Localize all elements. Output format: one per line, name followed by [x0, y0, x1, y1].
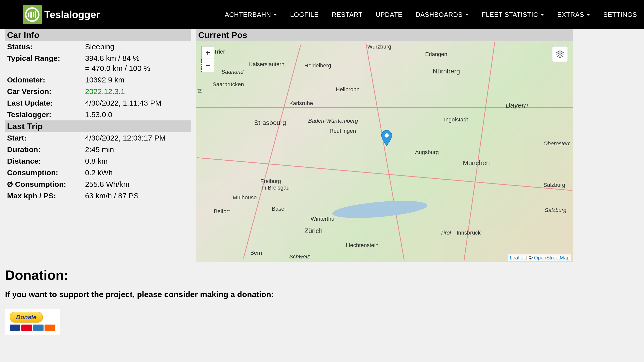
map-city: Saarbrücken: [213, 81, 244, 88]
map-city: Karlsruhe: [289, 100, 313, 107]
map-marker[interactable]: [381, 130, 392, 146]
last-update-label: Last Update:: [7, 99, 85, 107]
donation-text: If you want to support the project, plea…: [5, 290, 639, 299]
nav-menu: ACHTERBAHN LOGFILE RESTART UPDATE DASHBO…: [225, 11, 637, 19]
nav-update[interactable]: UPDATE: [376, 11, 403, 19]
donation-section: Donation: If you want to support the pro…: [0, 262, 644, 340]
map-city: Strasbourg: [254, 119, 286, 127]
map-city: Ingolstadt: [444, 116, 468, 123]
map-city: Winterthur: [311, 216, 336, 222]
zoom-in-button[interactable]: +: [201, 46, 214, 59]
map-city: Baden-Württemberg: [308, 118, 358, 124]
map-attribution: Leaflet | © OpenStreetMap: [508, 254, 571, 261]
status-value: Sleeping: [85, 42, 114, 51]
map-city: Bern: [250, 250, 262, 256]
brand-title: Teslalogger: [44, 9, 100, 20]
nav-dashboards[interactable]: DASHBOARDS: [416, 11, 469, 19]
map-city: Belfort: [214, 208, 230, 215]
nav-achterbahn[interactable]: ACHTERBAHN: [225, 11, 277, 19]
odometer-label: Odometer:: [7, 76, 85, 84]
map-city: Zürich: [304, 227, 323, 235]
nav-settings[interactable]: SETTINGS: [603, 11, 637, 19]
map-city: Trier: [214, 49, 225, 55]
map-city: Liechtenstein: [346, 242, 379, 249]
map-city: Nürnberg: [433, 67, 460, 75]
visa-icon: [10, 325, 20, 331]
car-version-label: Car Version:: [7, 87, 85, 96]
map-city: Tirol: [440, 230, 451, 236]
left-panel: Car Info Status:Sleeping Typical Range:3…: [5, 29, 191, 262]
map-city: Schweiz: [289, 253, 310, 260]
trip-avg-consumption-value: 255.8 Wh/km: [85, 180, 130, 189]
teslalogger-label: Teslalogger:: [7, 110, 85, 119]
amex-icon: [33, 325, 44, 331]
trip-start-value: 4/30/2022, 12:03:17 PM: [85, 134, 166, 142]
map-city: Innsbruck: [457, 230, 480, 236]
car-info-header: Car Info: [5, 29, 191, 41]
chevron-down-icon: [541, 14, 544, 16]
map-city: Basel: [272, 206, 286, 212]
donate-button-wrapper: Donate: [5, 308, 60, 335]
donation-title: Donation:: [5, 267, 639, 283]
map-city: Salzburg: [545, 207, 567, 213]
nav-fleet-statistic[interactable]: FLEET STATISTIC: [482, 11, 544, 19]
trip-max-kph-value: 63 km/h / 87 PS: [85, 192, 139, 200]
trip-consumption-label: Consumption:: [7, 168, 85, 177]
map-city: Freiburg im Breisgau: [260, 178, 290, 191]
trip-avg-consumption-label: Ø Consumption:: [7, 180, 85, 189]
nav-extras[interactable]: EXTRAS: [557, 11, 590, 19]
map-city: Augsburg: [415, 149, 439, 156]
map-city: Erlangen: [425, 51, 447, 58]
map[interactable]: Würzburg Trier Erlangen Kaiserslautern H…: [196, 41, 573, 262]
map-city: Mulhouse: [233, 194, 257, 201]
map-city: Saarland: [221, 69, 244, 75]
layers-button[interactable]: [552, 46, 568, 62]
payment-card-icons: [10, 325, 55, 331]
discover-icon: [45, 325, 55, 331]
svg-point-0: [385, 133, 389, 138]
trip-start-label: Start:: [7, 134, 85, 142]
osm-link[interactable]: OpenStreetMap: [534, 255, 570, 260]
teslalogger-value: 1.53.0.0: [85, 110, 112, 119]
navbar: Teslalogger ACHTERBAHN LOGFILE RESTART U…: [0, 0, 644, 29]
status-label: Status:: [7, 42, 85, 51]
trip-max-kph-label: Max kph / PS:: [7, 192, 85, 200]
map-city: Heidelberg: [304, 62, 331, 69]
trip-consumption-value: 0.2 kWh: [85, 168, 113, 177]
nav-logfile[interactable]: LOGFILE: [290, 11, 318, 19]
trip-distance-label: Distance:: [7, 157, 85, 165]
donate-button[interactable]: Donate: [10, 312, 43, 323]
right-panel: Current Pos Würzburg Trier Erlangen Kais…: [196, 29, 573, 262]
map-city: Würzburg: [367, 43, 391, 50]
chevron-down-icon: [273, 14, 277, 16]
last-trip-header: Last Trip: [5, 120, 191, 132]
mastercard-icon: [21, 325, 32, 331]
layers-icon: [555, 50, 565, 59]
chevron-down-icon: [465, 14, 469, 16]
car-version-value[interactable]: 2022.12.3.1: [85, 87, 125, 96]
nav-restart[interactable]: RESTART: [332, 11, 363, 19]
last-update-value: 4/30/2022, 1:11:43 PM: [85, 99, 162, 107]
trip-distance-value: 0.8 km: [85, 157, 108, 165]
map-city: Bayern: [506, 101, 528, 109]
map-city: Heilbronn: [336, 86, 359, 93]
typical-range-value: 394.8 km / 84 %: [85, 54, 140, 63]
leaflet-link[interactable]: Leaflet: [510, 255, 525, 260]
map-city: München: [463, 159, 490, 167]
map-city: Oberösterr: [543, 140, 570, 147]
typical-range-label: Typical Range:: [7, 54, 85, 63]
zoom-out-button[interactable]: −: [201, 59, 214, 72]
zoom-controls: + −: [201, 46, 214, 72]
chevron-down-icon: [587, 14, 590, 16]
map-city: Salzburg: [543, 182, 565, 188]
trip-duration-value: 2:45 min: [85, 145, 114, 154]
map-city: Reutlingen: [330, 128, 356, 134]
current-pos-header: Current Pos: [196, 29, 573, 41]
trip-duration-label: Duration:: [7, 145, 85, 154]
map-city: Kaiserslautern: [249, 61, 285, 68]
odometer-value: 10392.9 km: [85, 76, 125, 84]
logo[interactable]: [23, 5, 42, 24]
typical-range-sub: = 470.0 km / 100 %: [5, 64, 191, 74]
map-city: tz: [197, 87, 202, 94]
